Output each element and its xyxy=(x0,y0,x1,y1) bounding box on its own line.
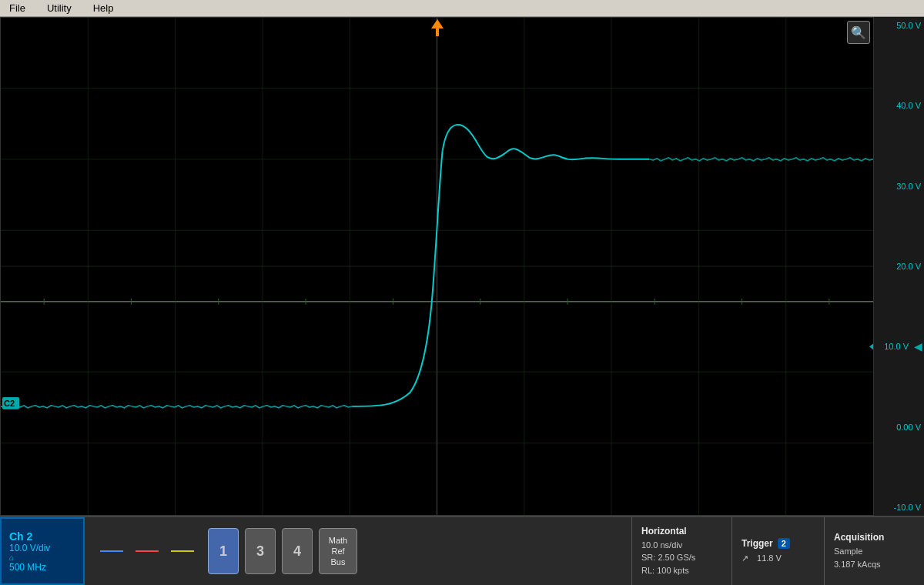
channel-4-button[interactable]: 4 xyxy=(282,528,313,574)
trigger-time-marker xyxy=(431,19,444,39)
main-display: ▼ ⬦ 🔍 xyxy=(0,17,924,516)
svg-marker-31 xyxy=(431,19,444,36)
svg-text:C2: C2 xyxy=(4,399,15,408)
horizontal-panel[interactable]: Horizontal 10.0 ns/div SR: 2.50 GS/s RL:… xyxy=(631,517,732,585)
horizontal-rl: RL: 100 kpts xyxy=(641,564,722,577)
right-scale: 50.0 V 40.0 V 30.0 V 20.0 V 10.0 V ◀ 0.0… xyxy=(874,17,924,516)
channel-buttons-area: 1 3 4 MathRefBus xyxy=(85,517,631,585)
waveform-indicator-yellow xyxy=(171,545,194,557)
menu-bar: File Utility Help xyxy=(0,0,924,17)
waveform-indicator-red xyxy=(136,545,159,557)
trigger-title-row: Trigger 2 xyxy=(742,538,815,549)
trigger-label: Trigger xyxy=(742,538,773,549)
acquisition-mode: Sample xyxy=(834,545,915,558)
scale-30v: 30.0 V xyxy=(877,182,921,191)
status-bar: Ch 2 10.0 V/div ⌂ 500 MHz 1 3 4 xyxy=(0,516,924,585)
trigger-level-value: 11.8 V xyxy=(757,553,782,563)
magnifier-button[interactable]: 🔍 xyxy=(847,21,870,44)
scale-0v: 0.00 V xyxy=(877,423,921,432)
channel-3-button[interactable]: 3 xyxy=(245,528,276,574)
ch2-vdiv: 10.0 V/div xyxy=(9,543,75,553)
ch2-icon: ⌂ xyxy=(9,553,75,562)
math-ref-bus-button[interactable]: MathRefBus xyxy=(319,528,357,574)
trigger-icon-row: ↗ 11.8 V xyxy=(742,552,815,565)
menu-help[interactable]: Help xyxy=(90,1,117,15)
waveform-area: ▼ ⬦ 🔍 xyxy=(0,17,874,516)
menu-utility[interactable]: Utility xyxy=(44,1,75,15)
channel-1-button[interactable]: 1 xyxy=(208,528,239,574)
scale-10v: 10.0 V xyxy=(884,342,909,351)
trigger-channel-badge: 2 xyxy=(778,538,790,549)
scale-20v: 20.0 V xyxy=(877,262,921,271)
acquisition-rate: 3.187 kAcqs xyxy=(834,558,915,571)
ch2-bw: 500 MHz xyxy=(9,562,75,573)
menu-file[interactable]: File xyxy=(6,1,28,15)
level-arrow-icon: ◀ xyxy=(914,340,922,353)
mrb-label: MathRefBus xyxy=(329,535,347,568)
acquisition-title: Acquisition xyxy=(834,532,915,543)
scale-50v: 50.0 V xyxy=(877,21,921,30)
horizontal-timediv: 10.0 ns/div xyxy=(641,539,722,552)
horizontal-sr: SR: 2.50 GS/s xyxy=(641,551,722,564)
acquisition-panel[interactable]: Acquisition Sample 3.187 kAcqs xyxy=(824,517,924,585)
ch2-title: Ch 2 xyxy=(9,530,75,543)
horizontal-title: Horizontal xyxy=(641,526,722,537)
scope-body: ▼ ⬦ 🔍 xyxy=(0,17,924,585)
waveform-indicator-blue xyxy=(100,545,123,557)
trigger-panel[interactable]: Trigger 2 ↗ 11.8 V xyxy=(732,517,824,585)
waveform-svg: C2 xyxy=(1,18,873,515)
scale-neg10v: -10.0 V xyxy=(877,503,921,512)
ch2-panel[interactable]: Ch 2 10.0 V/div ⌂ 500 MHz xyxy=(0,517,85,585)
scale-40v: 40.0 V xyxy=(877,101,921,110)
trigger-edge-icon: ↗ xyxy=(742,553,748,563)
